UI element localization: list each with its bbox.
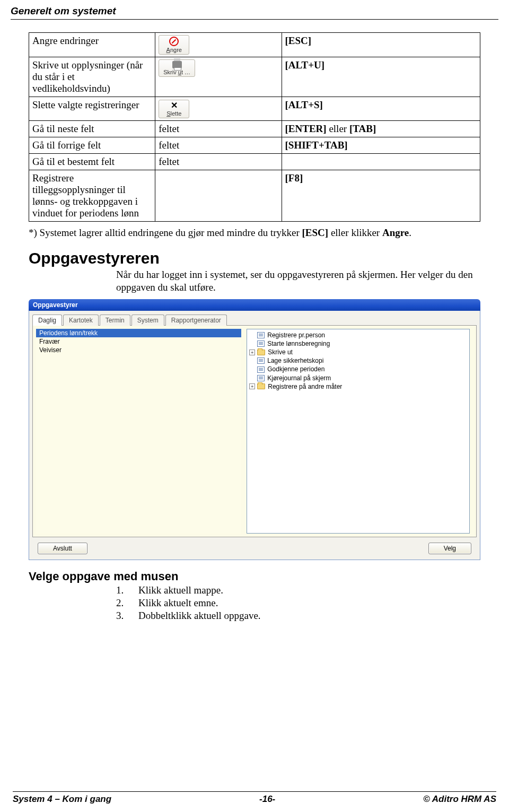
tree-item-label: Kjørejournal på skjerm [267, 374, 331, 382]
document-icon [257, 366, 265, 373]
table-row: Angre endringerAngre[ESC] [29, 33, 480, 57]
tab-termin[interactable]: Termin [100, 315, 130, 326]
table-row: Slette valgte registreringer✕Slette[ALT+… [29, 97, 480, 121]
table-row: Skrive ut opplysninger (når du står i et… [29, 57, 480, 97]
tree-item[interactable]: Godkjenne perioden [249, 365, 467, 373]
step-number: 2. [116, 597, 138, 609]
action-ui: feltet [155, 137, 282, 154]
section-velge-heading: Velge oppgave med musen [29, 570, 480, 583]
action-ui: feltet [155, 121, 282, 137]
tab-bar: DagligKartotekTerminSystemRapportgenerat… [32, 314, 477, 325]
tab-daglig[interactable]: Daglig [32, 315, 62, 326]
table-row: Gå til forrige feltfeltet[SHIFT+TAB] [29, 137, 480, 154]
tree-item[interactable]: +Registrere på andre måter [249, 382, 467, 391]
delete-icon: ✕ [171, 101, 178, 110]
step-number: 3. [116, 610, 138, 622]
table-footnote: *) Systemet lagrer alltid endringene du … [29, 227, 480, 239]
section-oppgavestyreren-text: Når du har logget inn i systemet, ser du… [116, 268, 480, 294]
keyboard-shortcut: [F8] [282, 170, 480, 222]
document-icon [257, 375, 265, 381]
right-tree: Registrere pr.personStarte lønnsberegnin… [247, 329, 469, 534]
toolbar-button-label: Angre [166, 47, 182, 53]
tree-item[interactable]: Registrere pr.person [249, 331, 467, 339]
footer-left: System 4 – Kom i gang [13, 794, 111, 805]
step-text: Klikk aktuell mappe. [138, 584, 223, 596]
tree-item[interactable]: Kjørejournal på skjerm [249, 374, 467, 382]
tab-rapportgenerator[interactable]: Rapportgenerator [165, 315, 227, 326]
tree-item-label: Registrere på andre måter [268, 382, 342, 391]
action-description: Skrive ut opplysninger (når du står i et… [29, 57, 155, 97]
step-item: 3.Dobbeltklikk aktuell oppgave. [116, 610, 480, 622]
page-header-title: Generelt om systemet [0, 0, 509, 19]
table-row: Gå til et bestemt feltfeltet [29, 154, 480, 170]
page-footer: System 4 – Kom i gang -16- © Aditro HRM … [0, 791, 509, 805]
action-ui: ✕Slette [155, 97, 282, 121]
footer-right: © Aditro HRM AS [423, 794, 496, 805]
keyboard-shortcut: [ESC] [282, 33, 480, 57]
tree-item-label: Registrere pr.person [267, 331, 325, 339]
tree-item-label: Starte lønnsberegning [267, 339, 330, 348]
tree-item-label: Skrive ut [268, 348, 293, 356]
print-icon [172, 61, 182, 68]
header-rule [11, 19, 498, 20]
window-titlebar: Oppgavestyrer [29, 299, 480, 311]
avslutt-button[interactable]: Avslutt [38, 543, 87, 554]
velg-button[interactable]: Velg [428, 543, 471, 554]
document-icon [257, 357, 265, 364]
folder-icon [257, 383, 265, 389]
table-row: Gå til neste feltfeltet[ENTER] eller [TA… [29, 121, 480, 137]
keyboard-shortcut: [ENTER] eller [TAB] [282, 121, 480, 137]
list-item[interactable]: Veiviser [36, 346, 241, 354]
step-text: Klikk aktuelt emne. [138, 597, 218, 609]
steps-list: 1.Klikk aktuell mappe.2.Klikk aktuelt em… [116, 584, 480, 622]
action-description: Registrere tilleggsopplysninger til lønn… [29, 170, 155, 222]
action-description: Slette valgte registreringer [29, 97, 155, 121]
tree-item[interactable]: +Skrive ut [249, 348, 467, 356]
toolbar-button-label: Slette [166, 110, 181, 117]
step-text: Dobbeltklikk aktuell oppgave. [138, 610, 261, 622]
action-ui: Angre [155, 33, 282, 57]
keyboard-shortcut: [SHIFT+TAB] [282, 137, 480, 154]
left-list: Periodens lønn/trekkFraværVeiviser [36, 329, 241, 534]
keyboard-shortcut: [ALT+S] [282, 97, 480, 121]
app-screenshot: Oppgavestyrer DagligKartotekTerminSystem… [29, 299, 480, 560]
list-item[interactable]: Periodens lønn/trekk [36, 329, 241, 337]
keyboard-shortcut [282, 154, 480, 170]
expand-icon[interactable]: + [249, 350, 255, 355]
step-number: 1. [116, 584, 138, 596]
step-item: 1.Klikk aktuell mappe. [116, 584, 480, 596]
cancel-icon [169, 37, 179, 46]
toolbar-button[interactable]: ✕Slette [159, 100, 189, 118]
keyboard-shortcut: [ALT+U] [282, 57, 480, 97]
expand-icon[interactable]: + [249, 383, 255, 389]
footer-rule [13, 791, 496, 792]
shortcut-table: Angre endringerAngre[ESC]Skrive ut opply… [29, 32, 480, 222]
toolbar-button[interactable]: Skriv ut … [159, 59, 195, 77]
tree-item[interactable]: Lage sikkerhetskopi [249, 356, 467, 365]
action-description: Gå til neste felt [29, 121, 155, 137]
document-icon [257, 332, 265, 338]
action-ui: feltet [155, 154, 282, 170]
section-oppgavestyreren-heading: Oppgavestyreren [29, 249, 480, 267]
tab-system[interactable]: System [131, 315, 164, 326]
list-item[interactable]: Fravær [36, 337, 241, 346]
action-ui: Skriv ut … [155, 57, 282, 97]
action-description: Angre endringer [29, 33, 155, 57]
tree-item[interactable]: Starte lønnsberegning [249, 339, 467, 348]
tree-item-label: Godkjenne perioden [267, 365, 324, 373]
table-row: Registrere tilleggsopplysninger til lønn… [29, 170, 480, 222]
action-ui [155, 170, 282, 222]
action-description: Gå til forrige felt [29, 137, 155, 154]
footer-center: -16- [259, 794, 275, 805]
tab-kartotek[interactable]: Kartotek [63, 315, 99, 326]
tree-item-label: Lage sikkerhetskopi [267, 356, 323, 365]
step-item: 2.Klikk aktuelt emne. [116, 597, 480, 609]
folder-icon [257, 350, 265, 355]
document-icon [257, 340, 265, 347]
toolbar-button[interactable]: Angre [159, 35, 189, 55]
action-description: Gå til et bestemt felt [29, 154, 155, 170]
